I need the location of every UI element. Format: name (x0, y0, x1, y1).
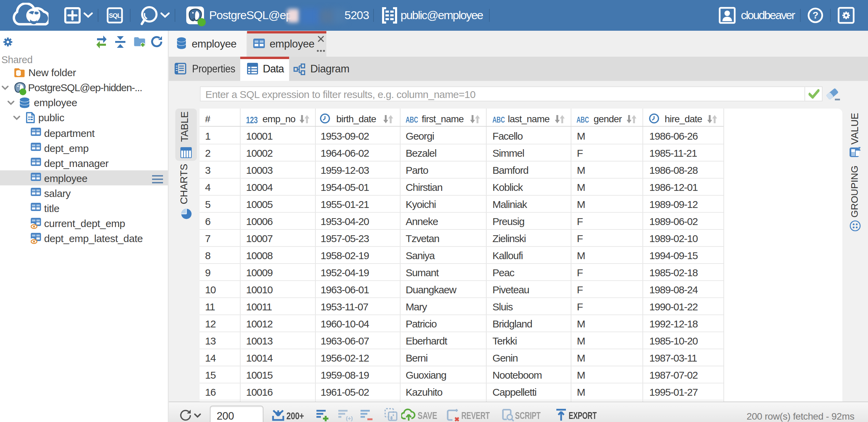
svg-text:(+): (+) (346, 415, 353, 422)
svg-text:SQL: SQL (109, 12, 121, 19)
svg-text:?: ? (813, 10, 818, 20)
